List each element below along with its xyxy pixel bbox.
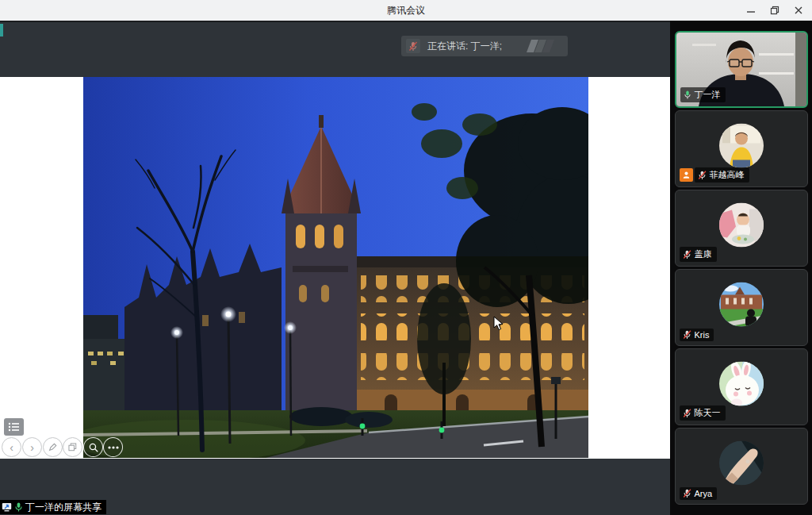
shared-screen-view: 正在讲话: 丁一洋;: [0, 21, 670, 515]
shared-screen-top-band: 正在讲话: 丁一洋;: [0, 21, 670, 77]
host-badge-icon: [680, 168, 693, 182]
annotation-menu-button[interactable]: [4, 418, 24, 436]
mic-muted-icon: [406, 39, 420, 53]
chevron-right-icon: ›: [30, 442, 34, 453]
minimize-button[interactable]: [739, 0, 763, 21]
next-page-button[interactable]: ›: [22, 437, 42, 457]
copy-button[interactable]: [63, 437, 82, 457]
participant-tile-feiyuegaofeng[interactable]: 菲越高峰: [675, 110, 808, 187]
mic-on-icon: [684, 90, 691, 100]
mic-muted-icon: [683, 250, 691, 259]
minimize-icon: [746, 6, 756, 15]
tencent-meeting-logo-icon: [527, 40, 563, 52]
participant-name: 丁一洋: [695, 89, 721, 101]
close-button[interactable]: [787, 0, 810, 21]
close-icon: [794, 6, 803, 15]
meeting-window: 腾讯会议: [0, 0, 812, 515]
share-status-chip: 丁一洋的屏幕共享: [0, 500, 106, 514]
mic-on-icon: [14, 502, 23, 513]
more-button[interactable]: [103, 437, 123, 457]
mic-muted-icon: [683, 409, 691, 418]
window-controls: [739, 0, 810, 21]
shared-photo: [83, 77, 588, 458]
accent-sliver: [0, 24, 3, 37]
mouse-cursor: [493, 316, 504, 334]
magnifier-button[interactable]: [83, 437, 103, 457]
participant-name: Arya: [695, 489, 713, 498]
speaking-banner: 正在讲话: 丁一洋;: [401, 36, 568, 56]
screen-share-icon: [2, 502, 12, 512]
magnifier-icon: [88, 442, 99, 453]
chevron-left-icon: ‹: [10, 442, 13, 453]
prev-page-button[interactable]: ‹: [2, 437, 21, 457]
participant-tile-dingyiyang[interactable]: 丁一洋: [675, 31, 808, 108]
restore-icon: [770, 6, 779, 15]
pen-button[interactable]: [43, 437, 63, 457]
participant-tile-gaikang[interactable]: 盖康: [675, 190, 808, 267]
avatar-image: [719, 282, 764, 326]
avatar-image: [719, 440, 764, 485]
ellipsis-icon: [108, 446, 119, 449]
avatar-image: [719, 123, 764, 167]
participant-name: Kris: [695, 330, 710, 340]
avatar-image: [719, 202, 764, 247]
avatar-image: [719, 361, 764, 405]
participant-grid: 丁一洋: [670, 21, 812, 515]
copy-icon: [67, 442, 78, 452]
restore-button[interactable]: [763, 0, 787, 21]
participant-tile-chentianyi[interactable]: 陈天一: [675, 348, 808, 425]
speaking-text: 正在讲话: 丁一洋;: [427, 40, 502, 53]
pen-icon: [48, 442, 58, 452]
mic-muted-icon: [698, 171, 707, 180]
share-status-text: 丁一洋的屏幕共享: [25, 501, 102, 514]
participant-name: 盖康: [695, 248, 712, 260]
mic-muted-icon: [683, 330, 691, 340]
list-icon: [8, 422, 20, 432]
mic-muted-icon: [683, 489, 691, 498]
participant-tile-arya[interactable]: Arya: [675, 428, 808, 505]
participant-name: 菲越高峰: [710, 169, 745, 181]
participant-name: 陈天一: [695, 407, 721, 419]
titlebar: 腾讯会议: [0, 0, 812, 21]
window-title: 腾讯会议: [387, 4, 425, 17]
participant-tile-kris[interactable]: Kris: [675, 269, 808, 346]
